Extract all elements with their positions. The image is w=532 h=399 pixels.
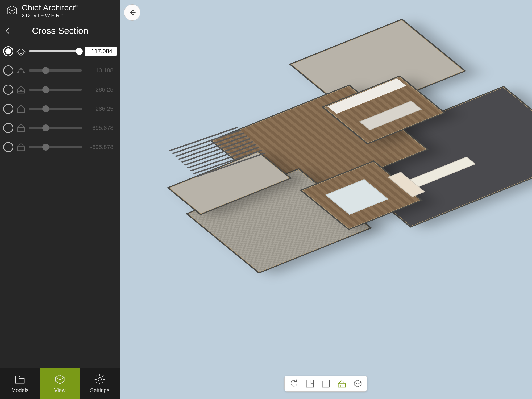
house-cut-right-icon: [16, 142, 26, 152]
row-radio[interactable]: [3, 104, 13, 114]
nav-settings-button[interactable]: Settings: [80, 368, 120, 399]
cross-section-row: -695.878": [3, 138, 117, 157]
row-value: 13.188": [85, 67, 117, 74]
cap-horizontal-icon: [16, 46, 26, 56]
house-cut-front-icon: [16, 85, 26, 95]
row-radio[interactable]: [3, 46, 13, 56]
plan-icon: [305, 379, 315, 389]
chevron-left-icon: [4, 27, 11, 34]
cross-section-row: 13.188": [3, 61, 117, 80]
row-value[interactable]: 117.084": [85, 47, 117, 56]
nav-label: View: [54, 387, 66, 393]
elevation-icon: [321, 379, 331, 389]
tool-reset-view[interactable]: [288, 378, 300, 389]
nav-label: Settings: [90, 387, 109, 393]
row-slider[interactable]: [29, 89, 82, 91]
gear-icon: [94, 373, 106, 385]
house-cut-left-icon: [16, 123, 26, 133]
viewport-3d[interactable]: [120, 0, 532, 399]
bottom-nav: Models View Settings: [0, 368, 120, 399]
row-slider[interactable]: [29, 108, 82, 110]
cube-icon: [54, 373, 66, 385]
app-logo: Chief Architect® 3D VIEWER™: [0, 0, 120, 21]
row-slider[interactable]: [29, 69, 82, 72]
cross-section-row: 286.25": [3, 99, 117, 118]
row-value: 286.25": [85, 105, 117, 112]
tool-floor-plan[interactable]: [304, 378, 315, 389]
nav-view-button[interactable]: View: [40, 368, 80, 399]
cross-section-row: 117.084": [3, 42, 117, 61]
panel-title: Cross Section: [12, 26, 114, 36]
tool-elevation[interactable]: [320, 378, 331, 389]
row-value: -695.878": [85, 124, 117, 131]
brand-subtitle: 3D VIEWER™: [22, 13, 78, 18]
view-mode-toolbar: [284, 376, 367, 392]
nav-label: Models: [11, 387, 28, 393]
arrow-left-icon: [128, 8, 137, 17]
cross-section-row: 286.25": [3, 80, 117, 99]
row-value: 286.25": [85, 86, 117, 93]
row-value: -695.878": [85, 144, 117, 151]
nav-models-button[interactable]: Models: [0, 368, 40, 399]
row-slider[interactable]: [29, 127, 82, 129]
cross-section-slider-list: 117.084" 13.188" 286.25" 286.25": [0, 42, 120, 157]
tool-dollhouse[interactable]: [336, 378, 347, 389]
row-radio[interactable]: [3, 142, 13, 152]
svg-point-0: [98, 377, 102, 381]
panel-back-button[interactable]: [4, 27, 12, 35]
sidebar: Chief Architect® 3D VIEWER™ Cross Sectio…: [0, 0, 120, 399]
logo-mark-icon: [6, 5, 18, 17]
cube-outline-icon: [353, 379, 363, 389]
brand-name: Chief Architect®: [22, 4, 78, 12]
tool-perspective[interactable]: [352, 378, 363, 389]
row-radio[interactable]: [3, 85, 13, 95]
cross-section-row: -695.878": [3, 118, 117, 138]
row-radio[interactable]: [3, 65, 13, 76]
dollhouse-icon: [337, 379, 347, 389]
row-slider[interactable]: [29, 146, 82, 148]
rotate-ccw-icon: [289, 379, 299, 389]
row-radio[interactable]: [3, 123, 13, 133]
roof-slope-icon: [16, 65, 26, 76]
panel-header: Cross Section: [0, 21, 120, 42]
viewport-back-button[interactable]: [124, 4, 140, 21]
house-cut-back-icon: [16, 104, 26, 114]
model-dollhouse: [136, 19, 513, 332]
folder-icon: [14, 373, 26, 385]
row-slider[interactable]: [29, 50, 82, 52]
